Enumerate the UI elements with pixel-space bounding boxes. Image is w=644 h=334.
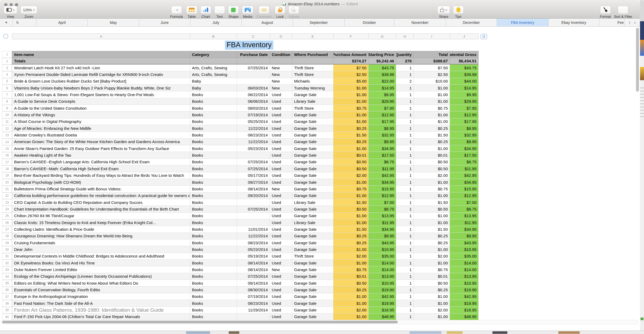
cell-37-G[interactable]: $42.95 [369, 293, 396, 300]
cell-38-E[interactable]: Garage Sale [292, 300, 333, 307]
cell-8-I[interactable]: $1.00 [414, 98, 450, 105]
cell-27-C[interactable]: 11/01/2014 [237, 226, 270, 233]
toolbar-button-face-text[interactable] [214, 6, 225, 14]
cell-27-D[interactable]: Used [270, 226, 292, 233]
cell-11-D[interactable]: Used [270, 118, 292, 125]
cell-29-J[interactable]: $43.95 [450, 239, 479, 246]
cell-15-F[interactable]: $1.00 [333, 145, 369, 152]
cell-13-H[interactable]: 1 [396, 132, 414, 138]
cell-35-C[interactable]: 09/14/2014 [237, 280, 270, 286]
row-number-9[interactable]: 9 [2, 105, 12, 112]
cell-18-G[interactable]: $11.95 [369, 165, 396, 172]
toolbar-button-formula[interactable]: ∨Formula [170, 6, 183, 19]
cell-39-E[interactable]: Garage Sale [292, 307, 333, 313]
row-number-1[interactable]: 1 [2, 51, 12, 58]
cell-37-C[interactable]: 07/19/2014 [237, 293, 270, 300]
cell-29-A[interactable]: Cruising Fundamentals [12, 239, 190, 246]
cell-34-C[interactable]: 07/25/2014 [237, 273, 270, 280]
row-number-4[interactable]: 4 [2, 71, 12, 78]
cell-37-J[interactable]: $42.95 [450, 293, 479, 300]
row-number-26[interactable]: 26 [2, 219, 12, 226]
cell-7-D[interactable]: Used [270, 91, 292, 98]
cell-33-C[interactable]: 08/14/2014 [237, 266, 270, 273]
cell-33-J[interactable]: $14.00 [450, 266, 479, 273]
cell-4-I[interactable]: $2.50 [414, 71, 450, 78]
cell-37-E[interactable]: Garage Sale [292, 293, 333, 300]
cell-10-C[interactable]: 07/19/2014 [237, 112, 270, 118]
row-number-17[interactable]: 17 [2, 159, 12, 165]
cell-25-I[interactable]: $1.00 [414, 213, 450, 219]
column-add-handle[interactable] [480, 34, 487, 39]
row-number-31[interactable]: 31 [2, 253, 12, 260]
cell-39-F[interactable]: $2.00 [333, 307, 369, 313]
toolbar-button-face-chart[interactable] [200, 6, 211, 14]
cell-30-C[interactable]: 05/23/2014 [237, 246, 270, 253]
cell-33-E[interactable]: Garage Sale [292, 266, 333, 273]
cell-16-I[interactable]: $0.01 [414, 152, 450, 159]
cell-12-B[interactable]: Books [190, 125, 237, 132]
cell-7-J[interactable]: $9.95 [450, 91, 479, 98]
cell-31-A[interactable]: Developmental Contexts in Middle Childho… [12, 253, 190, 260]
cell-22-G[interactable]: $12.95 [369, 192, 396, 199]
cell-11-C[interactable]: 05/25/2014 [237, 118, 270, 125]
cell-5-E[interactable]: Michaels [292, 78, 333, 85]
cell-17-F[interactable]: $0.50 [333, 159, 369, 165]
cell-16-J[interactable]: $17.50 [450, 152, 479, 159]
cell-hdr-E[interactable]: Where Purchased [292, 51, 333, 58]
cell-13-A[interactable]: Aleister Crowley's Illustrated Goetia [12, 132, 190, 138]
tab-may[interactable]: May [88, 19, 139, 26]
toolbar-button-text[interactable]: Text [214, 6, 225, 19]
cell-12-J[interactable]: $8.95 [450, 125, 479, 132]
cell-16-G[interactable]: $17.50 [369, 152, 396, 159]
cell-6-E[interactable]: Tuesday Morning [292, 85, 333, 91]
cell-36-B[interactable]: Books [190, 286, 237, 293]
cell-26-I[interactable]: $1.00 [414, 219, 450, 226]
cell-13-J[interactable]: $32.95 [450, 132, 479, 138]
row-number-25[interactable]: 25 [2, 213, 12, 219]
toolbar-button-sort-filter[interactable]: Sort & Filter [614, 6, 632, 19]
cell-21-I[interactable]: $0.75 [414, 186, 450, 192]
row-number-34[interactable]: 34 [2, 273, 12, 280]
cell-35-E[interactable]: Garage Sale [292, 280, 333, 286]
cell-26-C[interactable] [237, 219, 270, 226]
cell-6-H[interactable]: 1 [396, 85, 414, 91]
cell-19-E[interactable]: Garage Sale [292, 172, 333, 179]
cell-7-C[interactable]: 06/22/2014 [237, 91, 270, 98]
cell-2-E[interactable] [292, 58, 333, 65]
toolbar-button-face-unlock[interactable] [288, 6, 299, 14]
cell-34-E[interactable]: Garage Sale [292, 273, 333, 280]
cell-2-D[interactable] [270, 58, 292, 65]
toolbar-button-face-zoom[interactable]: 125%∨ [20, 6, 37, 14]
cell-29-B[interactable]: Books [190, 239, 237, 246]
row-number-22[interactable]: 22 [2, 192, 12, 199]
column-letter-A[interactable]: A [12, 33, 190, 39]
cell-27-G[interactable]: $34.95 [369, 226, 396, 233]
cell-24-C[interactable]: 07/25/2014 [237, 206, 270, 212]
cell-3-J[interactable]: $43.75 [450, 65, 479, 71]
cell-38-I[interactable]: $1.00 [414, 300, 450, 307]
cell-27-A[interactable]: Collecting Lladro: Identification & Pric… [12, 226, 190, 233]
cell-28-C[interactable]: 11/22/2014 [237, 233, 270, 239]
cell-17-A[interactable]: Barron's CAHSEE--English Language Arts: … [12, 159, 190, 165]
cell-6-I[interactable]: $1.00 [414, 85, 450, 91]
row-number-27[interactable]: 27 [2, 226, 12, 233]
row-number-11[interactable]: 11 [2, 118, 12, 125]
cell-40-D[interactable]: Used [270, 314, 292, 320]
cell-26-E[interactable]: Library Sale [292, 219, 333, 226]
row-number-6[interactable]: 6 [2, 85, 12, 91]
cell-18-C[interactable]: 07/25/2014 [237, 165, 270, 172]
column-letter-G[interactable]: G [369, 33, 396, 39]
cell-10-A[interactable]: A History of the Vikings [12, 112, 190, 118]
toolbar-button-face-formula[interactable]: ∨ [171, 6, 182, 14]
cell-18-B[interactable]: Books [190, 165, 237, 172]
cell-15-C[interactable]: 05/23/2014 [237, 145, 270, 152]
row-number-12[interactable]: 12 [2, 125, 12, 132]
cell-39-B[interactable]: Books [190, 307, 237, 313]
toolbar-button-format[interactable]: Format [600, 6, 611, 19]
row-number-10[interactable]: 10 [2, 112, 12, 118]
cell-20-D[interactable]: Used [270, 179, 292, 186]
cell-31-D[interactable]: Used [270, 253, 292, 260]
cell-12-F[interactable]: $0.25 [333, 125, 369, 132]
toolbar-button-face-shape[interactable] [228, 6, 239, 14]
cell-29-G[interactable]: $43.95 [369, 239, 396, 246]
